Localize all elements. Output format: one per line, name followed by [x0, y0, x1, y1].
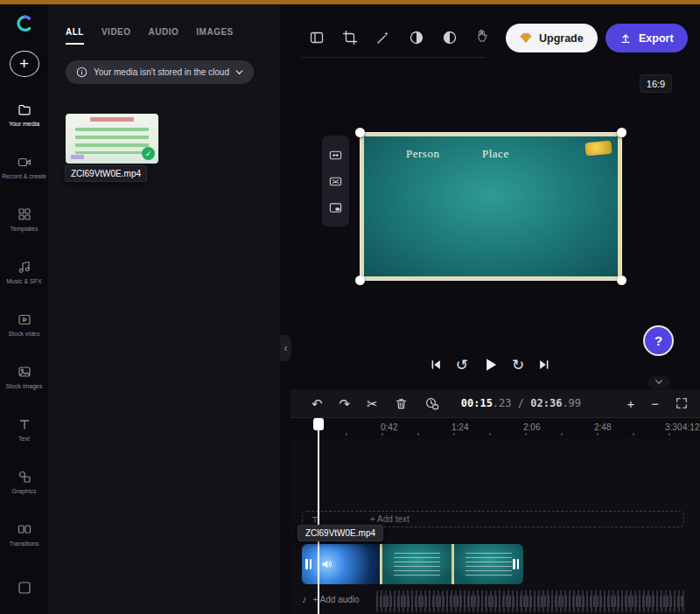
- add-text-label: + Add text: [370, 514, 410, 524]
- crop-icon[interactable]: [335, 23, 365, 52]
- gem-icon: [520, 32, 532, 44]
- sidebar-nav: Your media Record & create Templates Mus…: [0, 89, 48, 614]
- preview-zoom-toolbar: [322, 136, 349, 227]
- redo-icon[interactable]: ↷: [340, 397, 351, 410]
- tab-images[interactable]: IMAGES: [196, 27, 233, 45]
- video-preview-canvas[interactable]: Person Place: [360, 133, 621, 280]
- video-text-person: Person: [406, 147, 439, 161]
- skip-to-end-icon[interactable]: [537, 358, 551, 372]
- ruler-label: 0:42: [381, 422, 397, 432]
- clipchamp-logo-icon[interactable]: [11, 12, 38, 36]
- timeline-collapse-button[interactable]: [648, 376, 670, 388]
- camera-icon: [18, 155, 32, 169]
- filters-icon[interactable]: [435, 23, 465, 52]
- zoom-out-icon[interactable]: −: [651, 397, 659, 410]
- thumbnail-art: [75, 128, 150, 154]
- sidebar-item-text[interactable]: Text: [0, 404, 48, 457]
- sidebar-item-label: Templates: [2, 225, 47, 233]
- hand-tool-icon[interactable]: [475, 29, 488, 42]
- adjust-colors-icon[interactable]: [402, 23, 431, 52]
- sidebar-item-stock-images[interactable]: Stock images: [0, 352, 48, 404]
- timecode-settings-icon[interactable]: [424, 396, 439, 411]
- sidebar-item-transitions[interactable]: Transitions: [0, 509, 48, 562]
- picture-in-picture-icon[interactable]: [329, 201, 342, 214]
- selected-check-icon: ✓: [142, 147, 155, 160]
- layout-icon[interactable]: [302, 23, 332, 52]
- stock-video-icon: [18, 312, 32, 326]
- transitions-icon: [18, 522, 32, 536]
- upgrade-button[interactable]: Upgrade: [506, 24, 598, 52]
- folder-icon: [18, 102, 32, 116]
- sidebar-item-label: Music & SFX: [2, 277, 47, 285]
- sidebar-item-stock-video[interactable]: Stock video: [0, 299, 48, 352]
- ruler-label: 1:24: [452, 422, 468, 432]
- sidebar-item-more[interactable]: [0, 562, 48, 614]
- video-text-place: Place: [482, 147, 509, 161]
- video-clip-3[interactable]: [454, 544, 523, 584]
- sidebar-item-your-media[interactable]: Your media: [0, 89, 48, 142]
- play-button[interactable]: [481, 356, 499, 373]
- shapes-icon: [18, 470, 32, 484]
- skip-to-start-icon[interactable]: [429, 358, 443, 372]
- add-media-button[interactable]: +: [10, 51, 39, 77]
- plus-icon: +: [19, 55, 29, 72]
- notice-text: Your media isn't stored in the cloud: [94, 67, 229, 77]
- chevron-down-icon: [235, 70, 243, 75]
- sidebar-item-record-create[interactable]: Record & create: [0, 142, 48, 194]
- video-clip-2[interactable]: [382, 544, 452, 584]
- tab-video[interactable]: VIDEO: [102, 27, 131, 45]
- export-arrow-icon: [620, 32, 632, 45]
- export-button[interactable]: Export: [606, 24, 688, 52]
- timeline-tracks: + Add text ZCl69VtW0E.mp4 ♪ + Add audio: [290, 438, 700, 614]
- video-watermark: [584, 141, 612, 157]
- undo-icon[interactable]: ↶: [312, 397, 323, 410]
- trim-handle-right[interactable]: [513, 559, 519, 569]
- ruler-label: 3:30: [665, 422, 682, 432]
- sidebar-item-label: Graphics: [2, 487, 47, 495]
- fit-width-icon[interactable]: [329, 149, 342, 162]
- sidebar-item-graphics[interactable]: Graphics: [0, 457, 48, 509]
- zoom-controls: + −: [626, 397, 688, 410]
- trim-handle-left[interactable]: [305, 559, 312, 569]
- add-audio-track[interactable]: ♪ + Add audio: [302, 594, 360, 604]
- zoom-to-fit-icon[interactable]: [676, 397, 688, 409]
- sidebar-item-label: Stock video: [2, 330, 47, 338]
- playhead[interactable]: [313, 418, 324, 614]
- zoom-in-icon[interactable]: +: [626, 397, 634, 410]
- fill-frame-icon[interactable]: [329, 175, 342, 188]
- media-tabs: ALL VIDEO AUDIO IMAGES: [66, 27, 234, 45]
- sidebar-item-music-sfx[interactable]: Music & SFX: [0, 247, 48, 299]
- chevron-down-icon: [654, 380, 663, 385]
- sidebar-item-templates[interactable]: Templates: [0, 194, 48, 247]
- jump-back-icon[interactable]: ↺: [456, 358, 468, 373]
- sidebar-item-label: Transitions: [2, 540, 47, 548]
- time-separator: /: [518, 397, 524, 409]
- effects-wand-icon[interactable]: [368, 23, 398, 52]
- resize-handle-bottom-right[interactable]: [617, 276, 626, 285]
- sidebar-item-label: Stock images: [2, 382, 47, 390]
- current-time: 00:15: [461, 397, 493, 409]
- music-note-icon: [18, 260, 32, 274]
- ruler-label: 2:06: [523, 422, 540, 432]
- delete-icon[interactable]: [395, 397, 408, 410]
- sidebar-item-label: Text: [2, 435, 47, 443]
- tab-audio[interactable]: AUDIO: [149, 27, 179, 45]
- jump-forward-icon[interactable]: ↻: [512, 358, 524, 373]
- aspect-ratio-badge[interactable]: 16:9: [640, 74, 672, 93]
- cloud-storage-notice[interactable]: Your media isn't stored in the cloud: [66, 60, 254, 84]
- split-scissors-icon[interactable]: ✂: [367, 397, 378, 410]
- help-button[interactable]: ?: [645, 327, 672, 354]
- current-frames: .23: [493, 397, 512, 409]
- collapse-panel-button[interactable]: ‹: [280, 335, 291, 361]
- resize-handle-top-left[interactable]: [355, 128, 365, 137]
- sidebar-item-label: Your media: [2, 120, 47, 128]
- app-window: + Your media Record & create Templates M…: [0, 0, 700, 614]
- resize-handle-top-right[interactable]: [617, 128, 626, 137]
- timecode-display: 00:15.23 / 02:36.99: [461, 397, 581, 409]
- resize-handle-bottom-left[interactable]: [355, 276, 365, 285]
- audio-waveform[interactable]: [376, 590, 684, 612]
- timeline-ruler[interactable]: 0 0:42 1:24 2:06 2:48 3:30 4:12: [290, 418, 700, 438]
- tab-all[interactable]: ALL: [66, 27, 84, 45]
- thumbnail-art: [71, 155, 84, 160]
- media-item-thumbnail[interactable]: ✓: [66, 114, 158, 164]
